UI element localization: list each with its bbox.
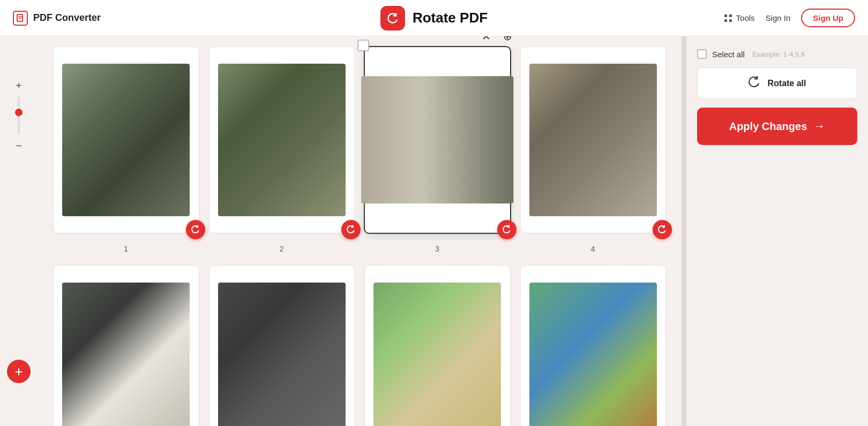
page-close-button-3[interactable]: ✕ [482, 36, 491, 43]
page-number-2: 2 [280, 245, 284, 253]
zoom-in-button[interactable]: + [12, 79, 25, 92]
page-card-1: 1 [54, 47, 199, 253]
page-image-6 [218, 283, 346, 426]
add-file-button[interactable]: + [7, 360, 31, 383]
apply-changes-label: Apply Changes [729, 120, 807, 133]
sign-in-button[interactable]: Sign In [766, 13, 791, 22]
grid-icon [723, 13, 733, 23]
svg-rect-3 [724, 19, 727, 22]
page-number-3: 3 [435, 245, 439, 253]
svg-rect-1 [724, 14, 727, 17]
zoom-thumb[interactable] [15, 109, 23, 116]
page-rotate-button-2[interactable] [341, 220, 361, 239]
page-card-2: 2 [209, 47, 355, 253]
page-card-5: 5 [54, 266, 199, 426]
header-center: Rotate PDF [380, 6, 488, 31]
svg-rect-2 [729, 14, 732, 17]
page-image-8 [529, 283, 657, 426]
sign-up-button[interactable]: Sign Up [801, 9, 855, 27]
rotate-all-label: Rotate all [767, 79, 806, 88]
page-image-4 [529, 64, 657, 216]
page-card-8: 8 [521, 266, 666, 426]
select-all-checkbox[interactable] [697, 49, 707, 59]
apply-changes-button[interactable]: Apply Changes → [697, 108, 857, 145]
page-card-7: 7 [365, 266, 510, 426]
page-image-5 [62, 283, 190, 426]
page-card-4: 4 [521, 47, 666, 253]
left-sidebar: + − + [0, 36, 38, 426]
page-thumb-wrapper-3[interactable]: ✕⊕ [365, 47, 510, 233]
pdf-content: 1 2✕⊕ 3 4 5 6 7 8 [38, 36, 682, 426]
page-image-2 [218, 64, 346, 216]
page-thumb-wrapper-5[interactable] [54, 266, 199, 426]
tools-label: Tools [736, 13, 755, 22]
example-text: Example: 1-4,5,6 [752, 50, 805, 58]
page-thumb-wrapper-1[interactable] [54, 47, 199, 233]
page-thumb-wrapper-4[interactable] [521, 47, 666, 233]
zoom-track [18, 97, 20, 134]
select-all-label[interactable]: Select all [712, 50, 745, 59]
logo: PDF Converter [13, 11, 101, 26]
page-card-3: ✕⊕ 3 [365, 47, 510, 253]
zoom-controls: + − [12, 79, 25, 152]
select-all-row: Select all Example: 1-4,5,6 [697, 49, 857, 59]
apply-arrow-icon: → [813, 119, 825, 133]
page-select-checkbox-3[interactable] [357, 40, 369, 51]
page-thumb-wrapper-8[interactable] [521, 266, 666, 426]
page-number-1: 1 [124, 245, 128, 253]
rotate-all-icon [748, 75, 761, 91]
page-thumb-wrapper-2[interactable] [209, 47, 355, 233]
zoom-out-button[interactable]: − [12, 139, 25, 152]
logo-label: PDF Converter [33, 12, 101, 24]
page-title: Rotate PDF [413, 10, 488, 26]
page-rotate-button-3[interactable] [497, 220, 517, 239]
zoom-slider-container [18, 94, 20, 137]
page-rotate-button-1[interactable] [186, 220, 205, 239]
logo-icon [13, 11, 28, 26]
page-thumb-wrapper-6[interactable] [209, 266, 355, 426]
svg-rect-4 [729, 19, 732, 22]
rotate-pdf-icon [380, 6, 405, 31]
page-drag-button-3[interactable]: ⊕ [503, 36, 512, 43]
page-image-1 [62, 64, 190, 216]
sidebar-divider [682, 36, 686, 426]
header: PDF Converter Rotate PDF Tools Sign In S… [0, 0, 868, 36]
page-image-7 [373, 283, 501, 426]
page-image-3 [361, 76, 513, 203]
page-number-4: 4 [591, 245, 595, 253]
right-sidebar: Select all Example: 1-4,5,6 Rotate all A… [686, 36, 868, 426]
page-thumb-wrapper-7[interactable] [365, 266, 510, 426]
page-rotate-button-4[interactable] [653, 220, 672, 239]
tools-menu[interactable]: Tools [723, 13, 755, 23]
page-card-6: 6 [209, 266, 355, 426]
pages-grid: 1 2✕⊕ 3 4 5 6 7 8 [54, 47, 665, 426]
rotate-all-button[interactable]: Rotate all [697, 67, 857, 99]
main: + − + 1 2✕⊕ 3 4 5 [0, 36, 868, 426]
header-right: Tools Sign In Sign Up [723, 9, 855, 27]
